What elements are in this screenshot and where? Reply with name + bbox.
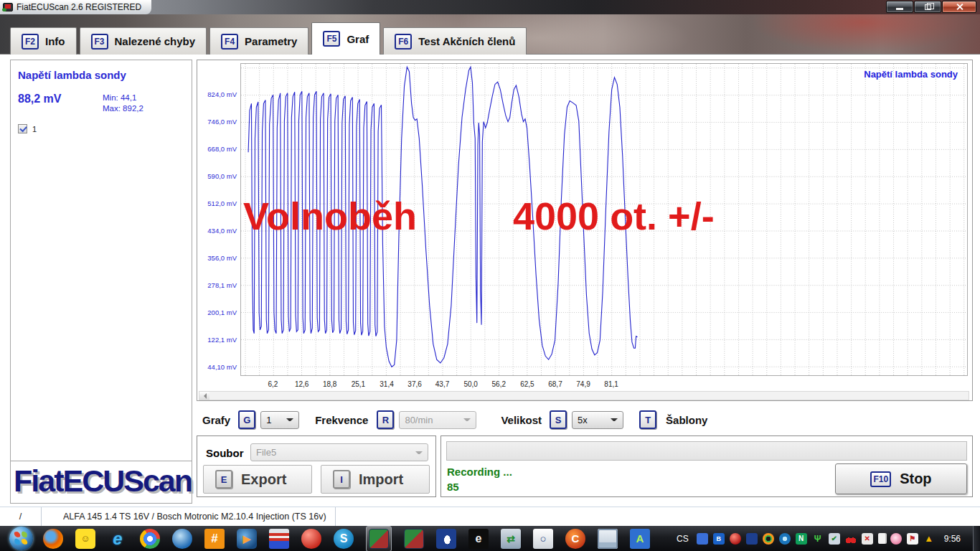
battery-icon[interactable]	[878, 533, 885, 544]
remote-desktop-icon[interactable]: ⇄	[501, 529, 521, 549]
x-tick-label: 18,8	[317, 380, 343, 388]
thunderbird-icon[interactable]	[172, 529, 192, 549]
cherry-app-icon[interactable]	[845, 533, 857, 545]
message-bar	[446, 441, 967, 461]
blue-app-icon[interactable]	[697, 533, 708, 545]
skype-icon[interactable]: S	[334, 529, 354, 549]
chrome-icon[interactable]	[140, 529, 160, 549]
green-n-icon[interactable]: N	[796, 533, 807, 545]
tab-test-akcnich-clenu[interactable]: F6 Test Akčních členů	[383, 27, 527, 55]
sensor-min: Min: 44,1	[103, 93, 136, 102]
security-red-icon[interactable]	[730, 533, 741, 545]
y-axis-labels: 824,0 mV746,0 mV668,0 mV590,0 mV512,0 mV…	[197, 60, 239, 383]
channel-checkbox[interactable]	[18, 124, 27, 133]
f3-key-icon: F3	[91, 34, 108, 50]
x-tick-label: 62,5	[514, 380, 540, 388]
y-tick-label: 746,0 mV	[197, 118, 237, 126]
dropdown-arrow-icon	[286, 418, 293, 424]
volume-muted-icon[interactable]: ✕	[862, 533, 873, 545]
grafy-label: Grafy	[202, 414, 230, 426]
close-icon	[956, 3, 963, 11]
close-button[interactable]	[942, 1, 976, 13]
y-tick-label: 200,1 mV	[197, 309, 237, 316]
frekvence-key-button[interactable]: R	[377, 410, 394, 429]
dropdown-arrow-icon	[611, 418, 618, 424]
file-panel: Soubor File5 E Export I Import	[197, 435, 436, 497]
chart-horizontal-scrollbar[interactable]	[199, 391, 969, 400]
channel-label: 1	[32, 125, 37, 133]
tab-nalezene-chyby-label: Nalezené chyby	[115, 35, 196, 47]
window-title: FiatECUScan 2.6 REGISTERED	[17, 2, 141, 12]
fiatecuscan-icon[interactable]	[369, 529, 389, 549]
import-button[interactable]: I Import	[321, 465, 430, 494]
scroll-left-arrow-icon[interactable]	[199, 392, 209, 400]
taskbar-clock[interactable]: 9:56	[944, 534, 961, 544]
recording-counter: 85	[447, 481, 459, 493]
export-button[interactable]: E Export	[203, 465, 312, 494]
tab-parametry-label: Parametry	[245, 35, 297, 47]
firefox-icon[interactable]	[43, 529, 63, 549]
velikost-select[interactable]: 5x	[572, 411, 623, 429]
dropdown-arrow-icon	[463, 418, 471, 424]
f6-key-icon: F6	[395, 34, 412, 50]
show-desktop-button[interactable]	[973, 526, 980, 551]
chart-legend: Napětí lambda sondy	[864, 69, 958, 80]
blue-bird-app-icon[interactable]	[436, 529, 456, 549]
action-flag-icon[interactable]: ⚑	[907, 533, 918, 545]
x-tick-label: 31,4	[374, 380, 400, 388]
tab-test-akcnich-clenu-label: Test Akčních členů	[418, 35, 515, 47]
restore-button[interactable]	[914, 1, 941, 13]
import-button-label: Import	[359, 471, 403, 488]
app-body: Napětí lambda sondy 88,2 mV Min: 44,1 Ma…	[0, 54, 980, 507]
stop-button[interactable]: F10 Stop	[835, 463, 967, 494]
annotation-4000rpm: 4000 ot. +/-	[513, 194, 715, 238]
x-tick-label: 6,2	[260, 380, 286, 388]
eye-blue-icon[interactable]	[779, 533, 791, 545]
ccleaner-icon[interactable]: C	[565, 529, 585, 549]
x-tick-label: 74,9	[570, 380, 596, 388]
active-app-button[interactable]	[366, 526, 392, 551]
language-indicator[interactable]: CS	[677, 534, 689, 544]
messenger-icon[interactable]: ☺	[75, 529, 95, 549]
velikost-label: Velikost	[501, 414, 542, 426]
f5-key-icon: F5	[323, 31, 340, 47]
tab-nalezene-chyby[interactable]: F3 Nalezené chyby	[80, 27, 207, 55]
android-tool-icon[interactable]: A	[630, 529, 650, 549]
x-tick-label: 50,0	[458, 380, 484, 388]
stop-button-label: Stop	[900, 471, 931, 487]
bird-blue-icon[interactable]	[746, 533, 758, 545]
velikost-select-value: 5x	[578, 415, 588, 425]
grafy-select[interactable]: 1	[260, 411, 299, 429]
sensor-minmax: Min: 44,1 Max: 892,2	[103, 93, 143, 114]
file-search-icon[interactable]: ○	[533, 529, 553, 549]
start-button[interactable]	[9, 527, 33, 550]
grid-app-icon[interactable]: #	[204, 529, 225, 549]
y-tick-label: 278,1 mV	[197, 281, 237, 289]
app-icon	[3, 3, 13, 11]
red-app-icon[interactable]	[301, 529, 321, 549]
y-tick-label: 824,0 mV	[197, 90, 237, 98]
fiatecuscan-icon[interactable]	[404, 529, 424, 549]
y-tick-label: 122,1 mV	[197, 336, 237, 344]
minimize-button[interactable]	[886, 1, 913, 13]
tab-info[interactable]: F2 Info	[10, 27, 77, 55]
flower-app-icon[interactable]	[890, 533, 902, 545]
network-warning-icon[interactable]: ▲	[923, 533, 935, 545]
eye-orange-icon[interactable]	[763, 533, 774, 545]
grafy-key-button[interactable]: G	[238, 410, 255, 429]
system-window-icon[interactable]	[598, 529, 618, 549]
media-player-icon[interactable]: ▶	[237, 529, 257, 549]
sablony-key-button[interactable]: T	[639, 410, 656, 429]
velikost-key-button[interactable]: S	[550, 410, 567, 429]
internet-explorer-icon[interactable]: e	[108, 529, 128, 549]
printer-ok-icon[interactable]: ✔	[829, 533, 840, 545]
frekvence-label: Frekvence	[315, 414, 368, 426]
vehicle-info: ALFA 145 1.4 TS 16V / Bosch Motronic M2.…	[42, 507, 336, 526]
soubor-label: Soubor	[206, 447, 244, 459]
wireless-antenna-icon[interactable]: Ψ	[812, 533, 824, 545]
tab-parametry[interactable]: F4 Parametry	[209, 27, 308, 55]
black-e-app-icon[interactable]: e	[468, 529, 489, 549]
bluetooth-icon[interactable]: B	[713, 533, 725, 545]
backup-tool-icon[interactable]	[269, 529, 289, 549]
tab-graf[interactable]: F5 Graf	[311, 22, 380, 55]
